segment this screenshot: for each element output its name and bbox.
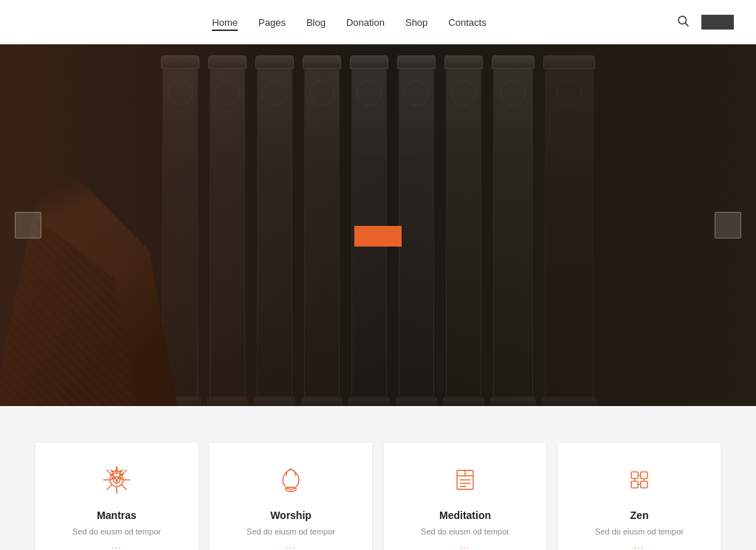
nav-link-shop[interactable]: Shop <box>405 17 427 28</box>
main-nav: HomePagesBlogDonationShopContacts <box>212 16 486 29</box>
header: HomePagesBlogDonationShopContacts <box>0 0 756 44</box>
hero-section <box>0 44 756 406</box>
feature-more-mantras[interactable]: ... <box>111 542 122 550</box>
donate-button[interactable] <box>701 15 734 30</box>
nav-item-donation[interactable]: Donation <box>346 16 385 29</box>
nav-link-pages[interactable]: Pages <box>258 17 286 28</box>
feature-title-worship: Worship <box>270 509 312 521</box>
feature-desc-meditation: Sed do eiusm od tempor <box>421 527 509 536</box>
read-more-button[interactable] <box>354 226 402 247</box>
hero-next-button[interactable] <box>715 212 741 238</box>
svg-line-9 <box>121 484 126 489</box>
feature-card-meditation: Meditation Sed do eiusm od tempor ... <box>384 443 546 550</box>
worship-icon <box>276 465 306 499</box>
feature-more-worship[interactable]: ... <box>286 542 296 550</box>
features-section: Mantras Sed do eiusm od tempor ... Worsh… <box>0 406 756 550</box>
svg-rect-21 <box>641 472 647 478</box>
zen-icon <box>625 465 654 499</box>
svg-line-1 <box>685 23 688 26</box>
nav-link-contacts[interactable]: Contacts <box>448 17 486 28</box>
nav-link-donation[interactable]: Donation <box>346 17 385 28</box>
nav-item-pages[interactable]: Pages <box>258 16 286 29</box>
feature-card-worship: Worship Sed do eiusm od tempor ... <box>210 443 372 550</box>
hero-prev-button[interactable] <box>15 212 41 238</box>
svg-rect-20 <box>631 472 638 478</box>
nav-link-home[interactable]: Home <box>212 17 238 31</box>
svg-rect-23 <box>641 481 647 488</box>
feature-title-zen: Zen <box>630 509 649 521</box>
feature-card-mantras: Mantras Sed do eiusm od tempor ... <box>35 443 198 550</box>
nav-item-contacts[interactable]: Contacts <box>448 16 486 29</box>
nav-link-blog[interactable]: Blog <box>306 17 326 28</box>
svg-rect-22 <box>631 481 638 488</box>
feature-title-meditation: Meditation <box>439 509 491 521</box>
nav-item-shop[interactable]: Shop <box>405 16 427 29</box>
svg-line-11 <box>106 484 111 489</box>
search-button[interactable] <box>676 14 690 30</box>
feature-title-mantras: Mantras <box>97 509 137 521</box>
nav-item-blog[interactable]: Blog <box>306 16 326 29</box>
feature-desc-zen: Sed do eiusm od tempor <box>595 527 684 536</box>
header-right <box>676 14 734 30</box>
feature-more-meditation[interactable]: ... <box>460 542 470 550</box>
nav-item-home[interactable]: Home <box>212 16 238 29</box>
meditation-icon <box>450 465 480 499</box>
feature-desc-mantras: Sed do eiusm od tempor <box>72 527 161 536</box>
svg-point-0 <box>678 16 687 24</box>
hero-content <box>120 204 636 247</box>
feature-more-zen[interactable]: ... <box>634 542 645 550</box>
mantras-icon <box>102 465 131 499</box>
feature-card-zen: Zen Sed do eiusm od tempor ... <box>558 443 721 550</box>
feature-desc-worship: Sed do eiusm od tempor <box>247 527 335 536</box>
search-icon <box>676 14 690 27</box>
